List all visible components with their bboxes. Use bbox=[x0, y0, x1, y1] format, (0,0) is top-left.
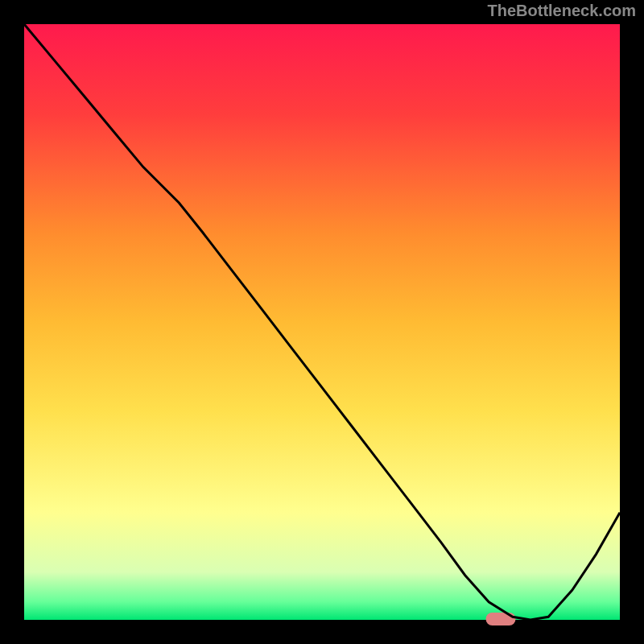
watermark-text: TheBottleneck.com bbox=[488, 2, 636, 20]
plot-background bbox=[24, 24, 620, 620]
chart-container: TheBottleneck.com bbox=[0, 0, 644, 644]
chart-svg bbox=[0, 0, 644, 644]
